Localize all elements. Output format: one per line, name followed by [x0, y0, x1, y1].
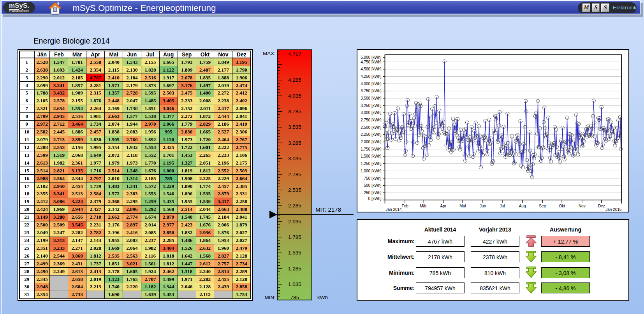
- svg-text:4.035: 4.035: [288, 93, 301, 99]
- svg-text:5.000 [kWh]: 5.000 [kWh]: [361, 55, 382, 60]
- svg-text:2.750 [kWh]: 2.750 [kWh]: [361, 118, 382, 122]
- svg-text:500 [kWh]: 500 [kWh]: [364, 183, 381, 188]
- svg-text:Jan 2015: Jan 2015: [605, 207, 622, 212]
- svg-text:3.250 [kWh]: 3.250 [kWh]: [361, 103, 382, 108]
- svg-text:1.785: 1.785: [288, 234, 301, 240]
- svg-text:1.035: 1.035: [288, 281, 301, 287]
- svg-text:1.000 [kWh]: 1.000 [kWh]: [361, 169, 382, 173]
- svg-text:3.285: 3.285: [288, 140, 301, 146]
- svg-text:3.000 [kWh]: 3.000 [kWh]: [361, 111, 382, 115]
- svg-text:4.750 [kWh]: 4.750 [kWh]: [361, 60, 382, 64]
- svg-text:Sep: Sep: [539, 204, 546, 208]
- svg-text:785: 785: [290, 295, 299, 300]
- svg-text:3.500 [kWh]: 3.500 [kWh]: [361, 96, 382, 100]
- svg-text:Aug: Aug: [519, 204, 526, 208]
- svg-text:Apr: Apr: [440, 204, 447, 208]
- svg-text:4.767: 4.767: [288, 51, 301, 57]
- svg-text:Jul: Jul: [500, 204, 505, 208]
- svg-text:Jan 2014: Jan 2014: [386, 207, 402, 212]
- svg-text:1.750 [kWh]: 1.750 [kWh]: [361, 147, 382, 151]
- svg-text:kWh: kWh: [317, 295, 328, 300]
- svg-text:1.500 [kWh]: 1.500 [kWh]: [361, 154, 382, 158]
- svg-text:MAX:: MAX:: [263, 51, 276, 56]
- svg-text:3.535: 3.535: [288, 124, 301, 130]
- svg-text:4.000 [kWh]: 4.000 [kWh]: [361, 82, 382, 86]
- svg-text:1.250 [kWh]: 1.250 [kWh]: [361, 161, 382, 166]
- svg-text:0 [kWh]: 0 [kWh]: [368, 196, 382, 201]
- svg-text:Mai: Mai: [459, 204, 466, 208]
- svg-text:Feb: Feb: [401, 204, 408, 208]
- svg-text:2.285: 2.285: [288, 203, 301, 209]
- svg-text:250 [kWh]: 250 [kWh]: [364, 191, 381, 195]
- svg-text:3.750 [kWh]: 3.750 [kWh]: [361, 89, 382, 93]
- svg-text:Jun: Jun: [480, 204, 486, 208]
- svg-text:Mär: Mär: [420, 204, 427, 208]
- svg-text:Nov: Nov: [579, 204, 586, 208]
- svg-text:MIT: 2178: MIT: 2178: [315, 206, 341, 213]
- svg-text:2.035: 2.035: [288, 219, 301, 225]
- svg-text:2.000 [kWh]: 2.000 [kWh]: [361, 140, 382, 144]
- svg-text:Okt: Okt: [559, 204, 565, 208]
- svg-text:2.785: 2.785: [288, 172, 301, 177]
- svg-text:1.285: 1.285: [288, 266, 301, 272]
- svg-text:4.500 [kWh]: 4.500 [kWh]: [361, 67, 382, 71]
- svg-text:2.535: 2.535: [288, 187, 301, 193]
- svg-text:3.035: 3.035: [288, 156, 301, 161]
- svg-text:3.785: 3.785: [288, 109, 301, 114]
- svg-text:Dez: Dez: [598, 204, 605, 208]
- svg-text:4.285: 4.285: [288, 77, 301, 83]
- svg-text:750 [kWh]: 750 [kWh]: [364, 176, 381, 181]
- svg-text:1.535: 1.535: [288, 250, 301, 256]
- svg-text:4.250 [kWh]: 4.250 [kWh]: [361, 74, 382, 79]
- svg-text:MIN:: MIN:: [265, 295, 276, 300]
- svg-text:2.500 [kWh]: 2.500 [kWh]: [361, 125, 382, 130]
- svg-text:2.250 [kWh]: 2.250 [kWh]: [361, 132, 382, 137]
